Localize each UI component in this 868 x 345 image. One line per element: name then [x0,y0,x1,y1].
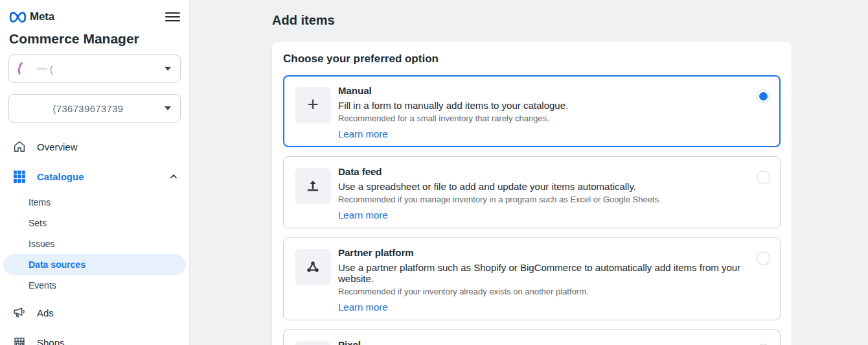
meta-infinity-icon [9,12,27,23]
sidebar-item-data-sources[interactable]: Data sources [3,254,186,275]
radio-manual[interactable] [757,89,770,103]
business-selector-value: ( [50,64,53,75]
option-description: Use a spreadsheet or file to add and upd… [338,181,749,192]
code-icon: </> [295,341,331,345]
app-title: Commerce Manager [0,25,189,54]
option-description: Fill in a form to manually add items to … [338,100,749,111]
sidebar-item-items[interactable]: Items [3,192,186,213]
chevron-down-icon [165,106,171,110]
catalogue-selector[interactable]: (736739673739 [8,94,181,123]
main-content: Add items Choose your preferred option +… [190,0,868,345]
page-title: Add items [272,13,868,28]
redacted-avatar [16,59,32,78]
sidebar-item-label: Ads [37,307,54,318]
hamburger-menu-icon[interactable] [165,8,180,25]
sidebar-item-issues[interactable]: Issues [3,233,186,254]
sidebar-item-events[interactable]: Events [3,275,186,296]
business-selector[interactable]: ( [8,54,181,83]
partner-network-icon [295,249,331,285]
brand-name: Meta [30,10,54,23]
catalogue-subnav: Items Sets Issues Data sources Events [3,192,186,296]
learn-more-link[interactable]: Learn more [338,128,388,139]
chevron-up-icon [168,171,179,182]
radio-data-feed[interactable] [757,171,770,184]
option-title: Data feed [338,166,749,177]
brand-row: Meta [0,8,189,25]
option-partner-platform[interactable]: Partner platform Use a partner platform … [283,237,781,320]
sidebar-item-label: Catalogue [37,171,84,182]
sidebar-item-ads[interactable]: Ads [0,300,189,326]
card-title: Choose your preferred option [283,53,781,65]
option-data-feed[interactable]: Data feed Use a spreadsheet or file to a… [283,156,781,228]
megaphone-icon [12,305,27,320]
sidebar-item-overview[interactable]: Overview [0,134,189,160]
grid-icon [12,169,27,184]
option-title: Manual [338,85,749,96]
chevron-down-icon [165,67,171,71]
learn-more-link[interactable]: Learn more [338,302,388,313]
option-recommendation: Recommended for a small inventory that r… [338,113,749,123]
sidebar-nav: Overview Catalogue Items Sets Issues Dat… [0,134,189,345]
sidebar-item-sets[interactable]: Sets [3,213,186,233]
sidebar-item-label: Overview [37,141,78,152]
sidebar-item-label: Shops [37,337,65,345]
meta-logo: Meta [9,10,54,23]
option-description: Use a partner platform such as Shopify o… [338,262,749,284]
radio-partner-platform[interactable] [757,252,770,265]
option-recommendation: Recommended if your inventory already ex… [338,287,749,296]
option-title: Pixel [338,339,749,345]
sidebar-item-catalogue[interactable]: Catalogue [0,163,189,189]
home-icon [12,139,27,154]
plus-icon: + [295,87,331,123]
option-manual[interactable]: + Manual Fill in a form to manually add … [283,75,781,147]
option-pixel[interactable]: </> Pixel Use your Facebook pixel to aut… [283,329,781,345]
option-title: Partner platform [338,247,749,258]
sidebar-item-shops[interactable]: Shops [0,329,189,345]
sidebar: Meta Commerce Manager ( (736739673739 Ov… [0,0,190,345]
option-recommendation: Recommended if you manage inventory in a… [338,195,749,204]
catalogue-selector-value: (736739673739 [52,103,123,114]
options-card: Choose your preferred option + Manual Fi… [272,42,792,345]
upload-icon [295,168,331,204]
learn-more-link[interactable]: Learn more [338,209,388,220]
storefront-icon [12,335,27,345]
